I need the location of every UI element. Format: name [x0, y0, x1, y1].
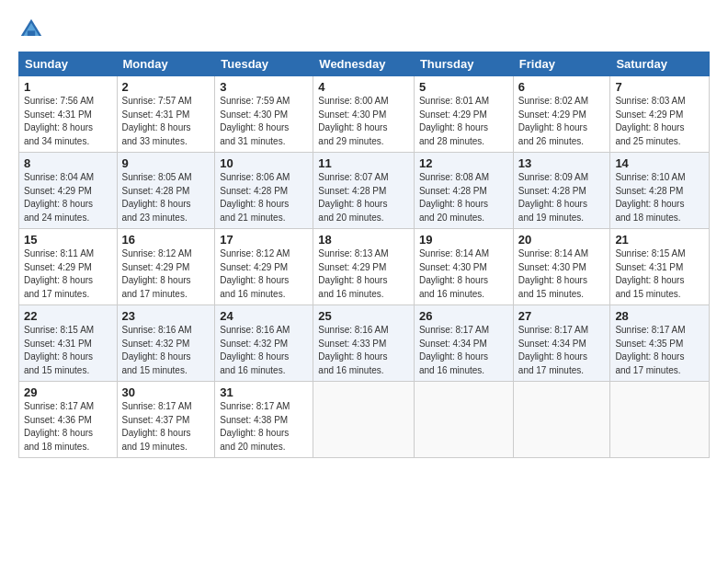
day-info: Sunrise: 8:17 AM Sunset: 4:34 PM Dayligh… — [419, 324, 508, 377]
day-number: 1 — [24, 80, 112, 94]
day-info: Sunrise: 8:14 AM Sunset: 4:30 PM Dayligh… — [518, 247, 606, 301]
day-number: 21 — [615, 233, 704, 247]
day-number: 12 — [419, 156, 508, 170]
calendar-cell: 19Sunrise: 8:14 AM Sunset: 4:30 PM Dayli… — [414, 229, 513, 305]
calendar-cell: 6Sunrise: 8:02 AM Sunset: 4:29 PM Daylig… — [513, 76, 610, 153]
day-number: 29 — [24, 385, 112, 399]
day-number: 8 — [24, 156, 112, 170]
day-number: 17 — [220, 233, 308, 247]
day-number: 23 — [122, 309, 210, 323]
calendar-day-header: Monday — [117, 52, 215, 76]
day-info: Sunrise: 8:17 AM Sunset: 4:38 PM Dayligh… — [220, 400, 308, 454]
calendar-cell: 20Sunrise: 8:14 AM Sunset: 4:30 PM Dayli… — [513, 229, 610, 305]
day-number: 10 — [220, 156, 308, 170]
calendar-cell: 24Sunrise: 8:16 AM Sunset: 4:32 PM Dayli… — [215, 305, 313, 382]
calendar-cell: 21Sunrise: 8:15 AM Sunset: 4:31 PM Dayli… — [610, 229, 710, 305]
calendar-cell: 11Sunrise: 8:07 AM Sunset: 4:28 PM Dayli… — [313, 153, 415, 229]
day-number: 30 — [122, 385, 210, 399]
day-number: 25 — [318, 309, 409, 323]
day-info: Sunrise: 8:10 AM Sunset: 4:28 PM Dayligh… — [615, 171, 704, 224]
day-info: Sunrise: 8:05 AM Sunset: 4:28 PM Dayligh… — [122, 171, 210, 224]
day-number: 16 — [122, 233, 210, 247]
calendar-cell: 8Sunrise: 8:04 AM Sunset: 4:29 PM Daylig… — [19, 153, 118, 229]
calendar-cell: 26Sunrise: 8:17 AM Sunset: 4:34 PM Dayli… — [414, 305, 513, 382]
calendar: SundayMondayTuesdayWednesdayThursdayFrid… — [18, 52, 710, 458]
calendar-cell: 18Sunrise: 8:13 AM Sunset: 4:29 PM Dayli… — [313, 229, 415, 305]
day-info: Sunrise: 8:16 AM Sunset: 4:32 PM Dayligh… — [122, 324, 210, 377]
day-info: Sunrise: 7:59 AM Sunset: 4:30 PM Dayligh… — [220, 95, 308, 148]
day-number: 31 — [220, 385, 308, 399]
day-number: 9 — [122, 156, 210, 170]
calendar-week-row: 8Sunrise: 8:04 AM Sunset: 4:29 PM Daylig… — [19, 153, 710, 229]
day-number: 18 — [318, 233, 409, 247]
calendar-week-row: 15Sunrise: 8:11 AM Sunset: 4:29 PM Dayli… — [19, 229, 710, 305]
calendar-day-header: Saturday — [610, 52, 710, 76]
day-number: 5 — [419, 80, 508, 94]
svg-rect-2 — [28, 30, 35, 36]
day-info: Sunrise: 8:12 AM Sunset: 4:29 PM Dayligh… — [122, 247, 210, 301]
day-info: Sunrise: 8:09 AM Sunset: 4:28 PM Dayligh… — [518, 171, 606, 224]
calendar-cell: 7Sunrise: 8:03 AM Sunset: 4:29 PM Daylig… — [610, 76, 710, 153]
calendar-day-header: Tuesday — [215, 52, 313, 76]
calendar-cell — [313, 382, 415, 458]
calendar-cell: 31Sunrise: 8:17 AM Sunset: 4:38 PM Dayli… — [215, 382, 313, 458]
day-info: Sunrise: 8:04 AM Sunset: 4:29 PM Dayligh… — [24, 171, 112, 224]
day-number: 14 — [615, 156, 704, 170]
calendar-week-row: 1Sunrise: 7:56 AM Sunset: 4:31 PM Daylig… — [19, 76, 710, 153]
day-info: Sunrise: 8:15 AM Sunset: 4:31 PM Dayligh… — [615, 247, 704, 301]
calendar-cell: 10Sunrise: 8:06 AM Sunset: 4:28 PM Dayli… — [215, 153, 313, 229]
day-info: Sunrise: 8:07 AM Sunset: 4:28 PM Dayligh… — [318, 171, 409, 224]
day-info: Sunrise: 8:17 AM Sunset: 4:37 PM Dayligh… — [122, 400, 210, 454]
day-number: 7 — [615, 80, 704, 94]
day-info: Sunrise: 8:14 AM Sunset: 4:30 PM Dayligh… — [419, 247, 508, 301]
day-info: Sunrise: 8:00 AM Sunset: 4:30 PM Dayligh… — [318, 95, 409, 148]
day-number: 19 — [419, 233, 508, 247]
day-info: Sunrise: 8:17 AM Sunset: 4:35 PM Dayligh… — [615, 324, 704, 377]
day-number: 13 — [518, 156, 606, 170]
day-info: Sunrise: 8:16 AM Sunset: 4:32 PM Dayligh… — [220, 324, 308, 377]
day-number: 28 — [615, 309, 704, 323]
logo-icon — [18, 17, 44, 42]
day-number: 26 — [419, 309, 508, 323]
calendar-day-header: Sunday — [19, 52, 118, 76]
calendar-cell: 3Sunrise: 7:59 AM Sunset: 4:30 PM Daylig… — [215, 76, 313, 153]
calendar-cell: 15Sunrise: 8:11 AM Sunset: 4:29 PM Dayli… — [19, 229, 118, 305]
day-info: Sunrise: 8:11 AM Sunset: 4:29 PM Dayligh… — [24, 247, 112, 301]
day-info: Sunrise: 7:57 AM Sunset: 4:31 PM Dayligh… — [122, 95, 210, 148]
day-info: Sunrise: 8:12 AM Sunset: 4:29 PM Dayligh… — [220, 247, 308, 301]
day-info: Sunrise: 8:02 AM Sunset: 4:29 PM Dayligh… — [518, 95, 606, 148]
day-number: 20 — [518, 233, 606, 247]
calendar-cell: 28Sunrise: 8:17 AM Sunset: 4:35 PM Dayli… — [610, 305, 710, 382]
calendar-cell: 17Sunrise: 8:12 AM Sunset: 4:29 PM Dayli… — [215, 229, 313, 305]
calendar-week-row: 22Sunrise: 8:15 AM Sunset: 4:31 PM Dayli… — [19, 305, 710, 382]
day-info: Sunrise: 8:15 AM Sunset: 4:31 PM Dayligh… — [24, 324, 112, 377]
day-info: Sunrise: 7:56 AM Sunset: 4:31 PM Dayligh… — [24, 95, 112, 148]
calendar-cell: 1Sunrise: 7:56 AM Sunset: 4:31 PM Daylig… — [19, 76, 118, 153]
calendar-cell: 13Sunrise: 8:09 AM Sunset: 4:28 PM Dayli… — [513, 153, 610, 229]
calendar-cell: 2Sunrise: 7:57 AM Sunset: 4:31 PM Daylig… — [117, 76, 215, 153]
calendar-cell: 30Sunrise: 8:17 AM Sunset: 4:37 PM Dayli… — [117, 382, 215, 458]
day-info: Sunrise: 8:17 AM Sunset: 4:36 PM Dayligh… — [24, 400, 112, 454]
day-number: 2 — [122, 80, 210, 94]
calendar-cell — [513, 382, 610, 458]
calendar-day-header: Wednesday — [313, 52, 415, 76]
logo — [18, 17, 48, 42]
calendar-cell — [414, 382, 513, 458]
calendar-cell: 9Sunrise: 8:05 AM Sunset: 4:28 PM Daylig… — [117, 153, 215, 229]
calendar-cell: 23Sunrise: 8:16 AM Sunset: 4:32 PM Dayli… — [117, 305, 215, 382]
day-number: 22 — [24, 309, 112, 323]
calendar-cell — [610, 382, 710, 458]
day-number: 24 — [220, 309, 308, 323]
calendar-day-header: Thursday — [414, 52, 513, 76]
day-number: 4 — [318, 80, 409, 94]
day-info: Sunrise: 8:13 AM Sunset: 4:29 PM Dayligh… — [318, 247, 409, 301]
calendar-cell: 25Sunrise: 8:16 AM Sunset: 4:33 PM Dayli… — [313, 305, 415, 382]
day-number: 3 — [220, 80, 308, 94]
day-number: 15 — [24, 233, 112, 247]
day-info: Sunrise: 8:06 AM Sunset: 4:28 PM Dayligh… — [220, 171, 308, 224]
calendar-cell: 22Sunrise: 8:15 AM Sunset: 4:31 PM Dayli… — [19, 305, 118, 382]
calendar-cell: 29Sunrise: 8:17 AM Sunset: 4:36 PM Dayli… — [19, 382, 118, 458]
day-info: Sunrise: 8:17 AM Sunset: 4:34 PM Dayligh… — [518, 324, 606, 377]
calendar-cell: 4Sunrise: 8:00 AM Sunset: 4:30 PM Daylig… — [313, 76, 415, 153]
calendar-week-row: 29Sunrise: 8:17 AM Sunset: 4:36 PM Dayli… — [19, 382, 710, 458]
